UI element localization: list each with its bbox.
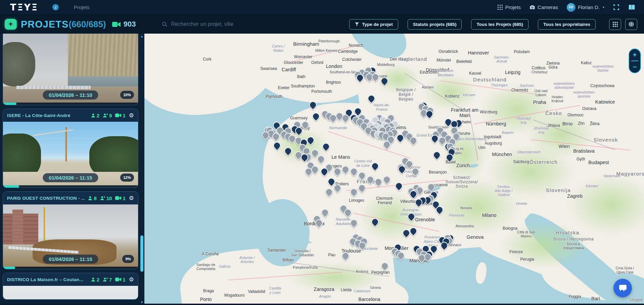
map-label: Genova: [467, 234, 484, 240]
map-label: Augsburg: [485, 141, 502, 146]
video-camera-icon: [112, 21, 121, 28]
map-label: Piemonte: [449, 213, 464, 217]
map-label: Andorra: [356, 269, 368, 273]
map-label: Slovenija: [546, 187, 571, 193]
map-label: Budapest: [588, 160, 609, 165]
camera-snapshot[interactable]: 01/04/2026 – 11:15 12%: [3, 122, 138, 188]
map-label: Alto Adige /: [495, 189, 512, 193]
map-label: Österreich: [530, 159, 558, 165]
map-label: Salzburg: [513, 159, 529, 164]
map-label: Santander: [267, 248, 286, 253]
user-menu[interactable]: FD Florian D. ▾: [567, 3, 604, 12]
grid-view-button[interactable]: [609, 19, 621, 30]
map-label: Aachen: [422, 85, 434, 89]
fullscreen-button[interactable]: [613, 4, 619, 10]
map-label: Città di San: [517, 230, 535, 234]
filter-type-de-projet[interactable]: Type de projet: [349, 19, 398, 30]
map-label: Brighton: [326, 80, 341, 85]
map-label: Magyarorszá: [616, 171, 644, 177]
map-label: Belgique /: [396, 87, 416, 92]
filter-tous-les-proprietaires[interactable]: Tous les propriétaires: [538, 19, 596, 30]
map-label: kraj: [539, 130, 544, 134]
add-project-button[interactable]: +: [5, 19, 17, 30]
nav-projects-breadcrumb[interactable]: Projets: [74, 4, 90, 10]
map-label: Guernsey: [290, 116, 308, 120]
camera-snapshot[interactable]: 01/04/2026 – 11:15 9%: [3, 204, 138, 269]
search-bar[interactable]: [162, 21, 263, 27]
project-card[interactable]: ISERE - La Côte-Saint-André 2 9 1 ⚙ 01/0…: [3, 109, 138, 188]
info-icon[interactable]: i: [52, 4, 59, 10]
map-label: Ferrand: [378, 200, 392, 205]
zoom-out-button[interactable]: −: [629, 61, 640, 73]
map-label: Swansea: [260, 66, 277, 71]
window-bottom-edge: [0, 304, 644, 305]
map-label: Plzeňský: [516, 116, 531, 120]
grid-view-icon: [613, 22, 618, 27]
map-label: Braga: [203, 289, 214, 293]
map-view-button[interactable]: [625, 19, 637, 30]
map-label: Brno: [562, 121, 573, 126]
map-label: Centre-Val: [354, 159, 372, 163]
person-icon: [91, 113, 96, 118]
map-label: Katowice: [595, 99, 615, 105]
snapshot-timestamp: 01/04/2026 – 11:15: [43, 173, 98, 182]
map-label: Bath: [297, 74, 306, 79]
project-card[interactable]: PARIS OUEST CONSTRUCTION - ... 8 10 1 ⚙ …: [3, 191, 138, 269]
project-title: ISERE - La Côte-Saint-André: [7, 113, 88, 118]
person-icon: [91, 277, 96, 282]
map-label: Perpignan: [371, 270, 390, 275]
map-label: Compostela: [196, 267, 215, 271]
project-card[interactable]: DISTRICO La Maison.fr – Coutan... 2 7 1 …: [3, 273, 138, 300]
map-label: Girona: [370, 285, 381, 290]
invited-users-stat: 10: [100, 195, 112, 201]
project-card[interactable]: 01/04/2026 – 11:10 10%: [3, 34, 138, 105]
search-input[interactable]: [171, 21, 255, 27]
map-label: Црна Гора: [616, 270, 634, 274]
person-plus-icon: [103, 277, 108, 282]
map-label: Osnabrück: [439, 49, 458, 54]
snapshot-timestamp: 01/04/2026 – 11:10: [43, 90, 98, 100]
map-label: Győr: [577, 157, 585, 161]
scroll-up-arrow[interactable]: ▲: [140, 35, 143, 38]
map-label: Zlín: [578, 121, 585, 126]
map-label: Grand Est: [416, 133, 433, 137]
nav-cameras-link[interactable]: Cameras: [530, 4, 558, 10]
map-label: Nordrhein-: [437, 69, 454, 73]
map-label: de Loire: [356, 163, 370, 167]
project-card-header[interactable]: ISERE - La Côte-Saint-André 2 9 1 ⚙: [3, 109, 138, 122]
map-label: Bosna i Hercegovina: [553, 237, 594, 241]
gear-icon[interactable]: ⚙: [129, 277, 134, 282]
docs-button[interactable]: [628, 4, 635, 10]
map-label: Catalunya: [354, 289, 370, 293]
map-label: Zagreb: [567, 193, 583, 199]
camera-snapshot[interactable]: 01/04/2026 – 11:10 10%: [3, 34, 138, 105]
progress-bar: [3, 267, 138, 269]
gear-icon[interactable]: ⚙: [129, 195, 134, 201]
brand-logo[interactable]: TΞYΞ: [10, 2, 38, 12]
map-label: Bilbao: [282, 258, 293, 262]
nav-projects-link[interactable]: Projets: [498, 4, 521, 10]
filter-tous-les-projets[interactable]: Tous les Projets (685): [471, 19, 528, 30]
map-label: · Chóśebuz: [530, 70, 548, 74]
filter-statuts-projets[interactable]: Statuts projets (685): [408, 19, 462, 30]
zoom-in-button[interactable]: +: [629, 49, 640, 61]
map-label: Clermont-: [376, 196, 394, 201]
map-canvas[interactable]: CorkCymru /WalesBirminghamWorcesterGlouc…: [144, 34, 644, 304]
map-label: Milton Keynes: [315, 48, 337, 52]
invited-users-stat: 9: [103, 113, 112, 118]
map-label: Le Mans: [331, 154, 350, 160]
map-label: Sachsen: [520, 83, 534, 87]
map-label: Würzburg: [480, 110, 497, 114]
map-label: Cork: [203, 57, 211, 62]
map-label: A Coruña: [202, 252, 219, 256]
sidebar-scrollbar[interactable]: [140, 235, 143, 272]
project-card-header[interactable]: DISTRICO La Maison.fr – Coutan... 2 7 1 …: [3, 273, 138, 286]
camera-snapshot[interactable]: [3, 286, 138, 299]
map-label: łódzkie: [598, 68, 609, 72]
map-label: Limoges: [349, 198, 364, 203]
project-card-header[interactable]: PARIS OUEST CONSTRUCTION - ... 8 10 1 ⚙: [3, 192, 138, 204]
map-label: Firenze: [509, 250, 523, 254]
map-label: Exeter: [278, 85, 290, 90]
gear-icon[interactable]: ⚙: [129, 113, 134, 118]
chat-widget-button[interactable]: [613, 279, 632, 297]
